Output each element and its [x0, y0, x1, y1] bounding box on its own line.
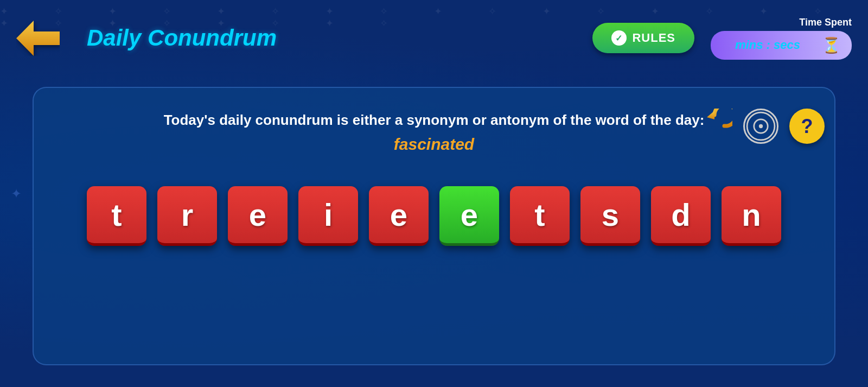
rules-button[interactable]: ✓ RULES [592, 23, 694, 53]
rules-label: RULES [632, 31, 675, 45]
undo-button[interactable] [697, 109, 732, 144]
help-icon: ? [801, 115, 813, 138]
header: Daily Conundrum ✓ RULES Time Spent mins … [0, 0, 868, 76]
sidebar-decoration: ✦ [11, 186, 22, 201]
letter-tile-tile-e2[interactable]: e [369, 186, 429, 246]
svg-marker-0 [16, 21, 60, 56]
letter-tile-tile-t1[interactable]: t [87, 186, 146, 246]
target-button[interactable] [743, 109, 778, 144]
time-value: mins : secs [722, 38, 814, 52]
time-label: Time Spent [799, 17, 852, 28]
help-button[interactable]: ? [789, 109, 825, 144]
letter-tile-tile-e1[interactable]: e [228, 186, 288, 246]
letter-tile-tile-d[interactable]: d [651, 186, 711, 246]
action-icons: ? [697, 109, 825, 144]
rules-checkmark-icon: ✓ [611, 30, 627, 46]
game-title: Daily Conundrum [87, 25, 576, 51]
time-display: mins : secs ⏳ [711, 31, 852, 60]
word-of-day: fascinated [61, 135, 807, 154]
letter-tile-tile-e3[interactable]: e [439, 186, 499, 246]
letter-tile-tile-r[interactable]: r [157, 186, 217, 246]
svg-point-4 [759, 124, 763, 128]
svg-marker-1 [707, 111, 714, 119]
letter-tile-tile-s[interactable]: s [580, 186, 640, 246]
letter-tile-tile-n[interactable]: n [722, 186, 781, 246]
prompt-text: Today's daily conundrum is either a syno… [61, 110, 807, 131]
tiles-container: treieetsdn [61, 186, 807, 246]
letter-tile-tile-i[interactable]: i [298, 186, 358, 246]
back-button[interactable] [16, 21, 60, 56]
letter-tile-tile-t2[interactable]: t [510, 186, 570, 246]
time-container: Time Spent mins : secs ⏳ [711, 17, 852, 60]
hourglass-icon: ⏳ [822, 36, 841, 54]
